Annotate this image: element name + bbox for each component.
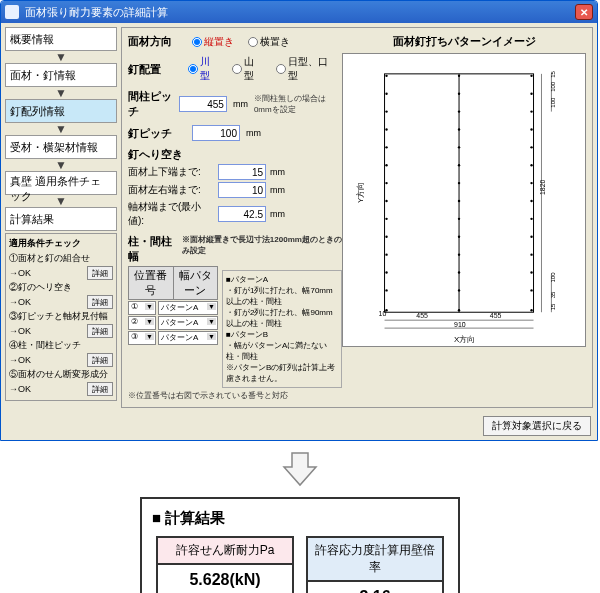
pat-select[interactable]: パターンA: [158, 316, 218, 330]
result-box: ■ 計算結果 許容せん断耐力Pa 5.628(kN) 許容応力度計算用壁倍率 3…: [140, 497, 460, 593]
arrow-down-icon: [280, 449, 320, 489]
nav-overview[interactable]: 概要情報: [5, 27, 117, 51]
nav-panel-nail[interactable]: 面材・釘情報: [5, 63, 117, 87]
svg-point-23: [458, 200, 460, 202]
image-title: 面材釘打ちパターンイメージ: [342, 34, 586, 49]
radio-vertical[interactable]: 縦置き: [192, 35, 234, 49]
svg-point-41: [530, 271, 532, 273]
svg-point-20: [458, 146, 460, 148]
svg-text:15: 15: [550, 303, 556, 310]
svg-point-35: [530, 164, 532, 166]
check-item: ①面材と釘の組合せ →OK詳細: [9, 252, 113, 280]
heri-tb-input[interactable]: [218, 164, 266, 180]
main-window: 面材張り耐力要素の詳細計算 ✕ 概要情報 ▼ 面材・釘情報 ▼ 釘配列情報 ▼ …: [0, 0, 598, 441]
check-item: ④柱・間柱ピッチ →OK詳細: [9, 339, 113, 367]
image-panel: 面材釘打ちパターンイメージ Y方向 X方向 455: [342, 34, 586, 401]
svg-point-33: [530, 128, 532, 130]
svg-point-40: [530, 253, 532, 255]
svg-point-19: [458, 128, 460, 130]
arrow-icon: ▼: [5, 89, 117, 97]
svg-point-31: [530, 93, 532, 95]
svg-point-32: [530, 110, 532, 112]
pillar-header: 位置番号幅パターン: [128, 266, 218, 300]
svg-text:35: 35: [550, 291, 556, 298]
pat-select[interactable]: パターンA: [158, 331, 218, 345]
svg-point-25: [458, 236, 460, 238]
main-panel: 面材方向 縦置き 横置き 釘配置 川型 山型 日型、口型 間柱ピッチ mm ※間…: [121, 27, 593, 408]
svg-point-4: [385, 110, 387, 112]
svg-point-18: [458, 110, 460, 112]
check-title: 適用条件チェック: [9, 237, 113, 250]
svg-point-11: [385, 236, 387, 238]
svg-point-5: [385, 128, 387, 130]
arrow-icon: ▼: [5, 161, 117, 169]
svg-point-6: [385, 146, 387, 148]
pos-select[interactable]: ①: [128, 301, 156, 315]
arrow-icon: ▼: [5, 197, 117, 205]
detail-button[interactable]: 詳細: [87, 353, 113, 367]
svg-text:X方向: X方向: [454, 335, 475, 344]
nailpitch-label: 釘ピッチ: [128, 126, 186, 141]
svg-point-14: [385, 289, 387, 291]
app-icon: [5, 5, 19, 19]
svg-point-22: [458, 182, 460, 184]
svg-text:1820: 1820: [539, 179, 546, 195]
svg-point-43: [530, 309, 532, 311]
nav-result[interactable]: 計算結果: [5, 207, 117, 231]
radio-hi[interactable]: 日型、口型: [276, 55, 334, 83]
pos-select[interactable]: ②: [128, 316, 156, 330]
pos-select[interactable]: ③: [128, 331, 156, 345]
svg-text:15: 15: [550, 71, 556, 78]
check-group: 適用条件チェック ①面材と釘の組合せ →OK詳細 ②釘のヘリ空き →OK詳細 ③…: [5, 233, 117, 401]
detail-button[interactable]: 詳細: [87, 324, 113, 338]
svg-text:455: 455: [416, 312, 428, 319]
window-title: 面材張り耐力要素の詳細計算: [25, 5, 575, 20]
heri-axis-input[interactable]: [218, 206, 266, 222]
svg-text:100: 100: [550, 81, 556, 92]
svg-point-26: [458, 253, 460, 255]
mabashira-note: ※間柱無しの場合は0mmを設定: [254, 93, 342, 115]
svg-point-24: [458, 218, 460, 220]
mabashira-input[interactable]: [179, 96, 227, 112]
result-cell-ratio: 許容応力度計算用壁倍率 3.16: [306, 536, 444, 593]
radio-horizontal[interactable]: 横置き: [248, 35, 290, 49]
radio-kawa[interactable]: 川型: [188, 55, 218, 83]
svg-text:Y方向: Y方向: [356, 182, 365, 203]
svg-point-12: [385, 253, 387, 255]
heri-lr-input[interactable]: [218, 182, 266, 198]
nailpitch-input[interactable]: [192, 125, 240, 141]
svg-point-17: [458, 93, 460, 95]
svg-point-28: [458, 289, 460, 291]
layout-label: 釘配置: [128, 62, 182, 77]
svg-text:100: 100: [550, 97, 556, 108]
radio-yama[interactable]: 山型: [232, 55, 262, 83]
svg-point-3: [385, 93, 387, 95]
svg-point-16: [458, 75, 460, 77]
footer: 計算対象選択に戻る: [1, 412, 597, 440]
pattern-desc: ■パターンA ・釘が1列に打たれ、幅70mm以上の柱・間柱 ・釘が2列に打たれ、…: [222, 270, 342, 388]
pat-select[interactable]: パターンA: [158, 301, 218, 315]
svg-point-2: [385, 75, 387, 77]
check-item: ⑤面材のせん断変形成分 →OK詳細: [9, 368, 113, 396]
nav-nail-layout[interactable]: 釘配列情報: [5, 99, 117, 123]
close-button[interactable]: ✕: [575, 4, 593, 20]
direction-label: 面材方向: [128, 34, 186, 49]
back-button[interactable]: 計算対象選択に戻る: [483, 416, 591, 436]
svg-text:10: 10: [379, 310, 387, 317]
result-cell-pa: 許容せん断耐力Pa 5.628(kN): [156, 536, 294, 593]
arrow-icon: ▼: [5, 125, 117, 133]
svg-point-10: [385, 218, 387, 220]
nav-shinwall[interactable]: 真壁 適用条件チェック: [5, 171, 117, 195]
svg-point-8: [385, 182, 387, 184]
detail-button[interactable]: 詳細: [87, 295, 113, 309]
svg-text:100: 100: [550, 272, 556, 283]
nav-receiver[interactable]: 受材・横架材情報: [5, 135, 117, 159]
window-body: 概要情報 ▼ 面材・釘情報 ▼ 釘配列情報 ▼ 受材・横架材情報 ▼ 真壁 適用…: [1, 23, 597, 412]
detail-button[interactable]: 詳細: [87, 266, 113, 280]
svg-text:455: 455: [490, 312, 502, 319]
detail-button[interactable]: 詳細: [87, 382, 113, 396]
arrow-icon: ▼: [5, 53, 117, 61]
heri-label: 釘へり空き: [128, 147, 342, 162]
svg-point-42: [530, 289, 532, 291]
titlebar: 面材張り耐力要素の詳細計算 ✕: [1, 1, 597, 23]
